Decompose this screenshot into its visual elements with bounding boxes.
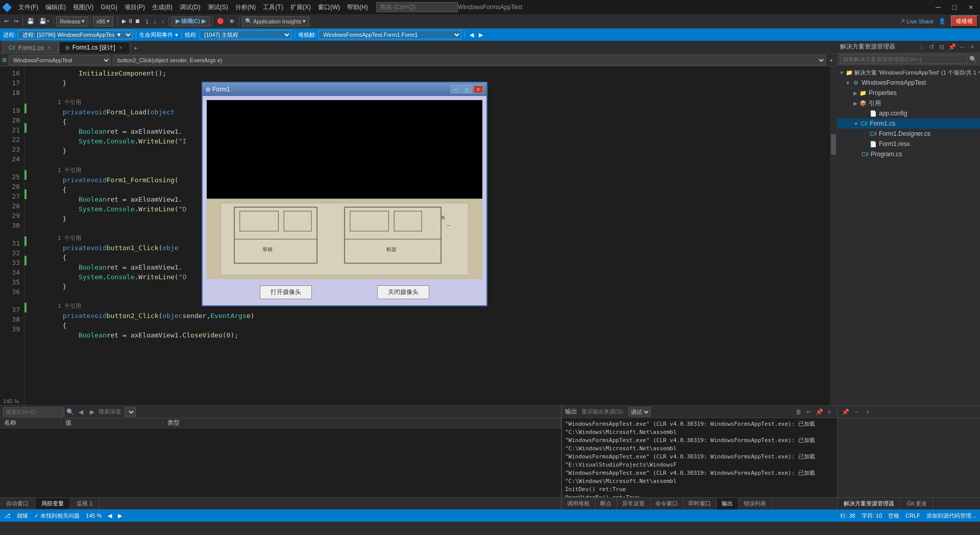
- method-dropdown[interactable]: button2_Click(object sender, EventArgs e…: [113, 55, 826, 65]
- tab-locals[interactable]: 局部变量: [35, 498, 70, 509]
- user-profile-button[interactable]: 👤: [937, 16, 948, 27]
- tree-project[interactable]: ▼ ⚙ WindowsFormsAppTest: [837, 78, 980, 88]
- tab-call-stack[interactable]: 调用堆栈: [562, 498, 595, 509]
- se-refresh-btn[interactable]: ↺: [927, 42, 936, 52]
- tree-properties[interactable]: ▶ 📁 Properties: [837, 88, 980, 98]
- tree-form1resx[interactable]: 📄 Form1.resx: [837, 139, 980, 149]
- tree-solution[interactable]: ▼ 📁 解决方案 'WindowsFormsAppTest' (1 个项目/共 …: [837, 67, 980, 78]
- continue-button[interactable]: ▶ 续继(C) ▶: [171, 16, 210, 27]
- locals-fwd-btn[interactable]: ▶: [87, 407, 96, 417]
- stack-dropdown[interactable]: WindowsFormsAppTest.Form1.Form1: [318, 30, 461, 39]
- toolbar-step-into[interactable]: ↓: [152, 16, 159, 27]
- class-dropdown[interactable]: WindowsFormsAppTest: [9, 55, 111, 65]
- tree-programcs[interactable]: C# Program.cs: [837, 149, 980, 159]
- se-sync-btn[interactable]: ↕: [917, 42, 926, 52]
- menu-project[interactable]: 项目(P): [121, 2, 148, 13]
- se-collapse-btn[interactable]: ⊟: [937, 42, 946, 52]
- output-clear-btn[interactable]: 🗑: [794, 407, 803, 417]
- debug-nav-prev[interactable]: ◀: [468, 30, 475, 40]
- solution-search-input[interactable]: [840, 55, 967, 64]
- menu-test[interactable]: 测试(S): [205, 2, 231, 13]
- menu-analyze[interactable]: 分析(N): [232, 2, 259, 13]
- navbar-expand-btn[interactable]: +: [828, 55, 835, 66]
- tree-appconfig[interactable]: 📄 app.config: [837, 108, 980, 118]
- toolbar-save-all[interactable]: 💾+: [37, 16, 52, 27]
- menu-window[interactable]: 窗口(W): [315, 2, 343, 13]
- menu-edit[interactable]: 编辑(E): [42, 2, 69, 13]
- output-close-btn[interactable]: ×: [825, 407, 834, 417]
- close-button[interactable]: ×: [964, 2, 978, 12]
- tab-git-changes[interactable]: Git 更改: [901, 498, 934, 509]
- toolbar-debug-icons[interactable]: ▶ ⏸ ⏹: [120, 16, 142, 27]
- form1-maximize-btn[interactable]: □: [462, 85, 472, 93]
- tab-auto-window[interactable]: 自动窗口: [0, 498, 35, 509]
- tab-close-form1cs-design[interactable]: ×: [118, 45, 124, 51]
- toolbar-undo[interactable]: ↩: [2, 16, 11, 27]
- rb-close-btn[interactable]: ×: [863, 407, 872, 417]
- menu-view[interactable]: 视图(V): [70, 2, 96, 13]
- tab-output[interactable]: 输出: [717, 498, 739, 509]
- menu-extensions[interactable]: 扩展(X): [287, 2, 314, 13]
- locals-back-btn[interactable]: ◀: [76, 407, 85, 417]
- release-dropdown[interactable]: Release ▾: [56, 16, 88, 27]
- solution-tree[interactable]: ▼ 📁 解决方案 'WindowsFormsAppTest' (1 个项目/共 …: [837, 65, 980, 161]
- menu-help[interactable]: 帮助(H): [344, 2, 371, 13]
- toolbar-breakpoints[interactable]: 🔴: [215, 16, 226, 27]
- tree-references[interactable]: ▶ 📦 引用: [837, 98, 980, 108]
- tab-exception-settings[interactable]: 异常设置: [617, 498, 650, 509]
- tab-watch1[interactable]: 监视 1: [70, 498, 99, 509]
- form1-close-btn[interactable]: ×: [473, 85, 483, 93]
- toolbar-save[interactable]: 💾: [25, 16, 36, 27]
- tree-form1designer[interactable]: C# Form1.Designer.cs: [837, 129, 980, 139]
- zoom-status[interactable]: 145 %: [86, 513, 102, 519]
- live-share-button[interactable]: ↗ Live Share: [900, 18, 934, 25]
- locals-search-input[interactable]: [3, 407, 64, 417]
- output-wrap-btn[interactable]: ↵: [804, 407, 814, 417]
- se-pin-btn[interactable]: 📌: [947, 42, 957, 52]
- minimize-button[interactable]: ─: [931, 2, 945, 12]
- toolbar-step-out[interactable]: ↑: [159, 16, 166, 27]
- tab-command-window[interactable]: 命令窗口: [650, 498, 683, 509]
- scroll-thumb[interactable]: [831, 134, 836, 155]
- thread-dropdown[interactable]: [1047] 主线程: [200, 30, 291, 39]
- se-close-btn[interactable]: ×: [968, 42, 977, 52]
- tab-file-icon: C#: [9, 45, 15, 51]
- toolbar-watch[interactable]: 👁: [227, 16, 237, 27]
- menu-debug[interactable]: 调试(D): [177, 2, 204, 13]
- menu-file[interactable]: 文件(F): [15, 2, 41, 13]
- tab-solution-explorer[interactable]: 解决方案资源管理器: [838, 498, 901, 509]
- se-min-btn[interactable]: ─: [958, 42, 967, 52]
- output-tabs: 调用堆栈 断点 异常设置 命令窗口 即时窗口 输出 错误列表: [562, 497, 837, 509]
- tab-error-list[interactable]: 错误列表: [739, 498, 772, 509]
- platform-dropdown[interactable]: x86 ▾: [93, 16, 113, 27]
- output-source-dropdown[interactable]: 调试: [628, 407, 651, 417]
- add-source-btn[interactable]: 添加到源代码管理...: [926, 512, 976, 520]
- menu-git[interactable]: Git(G): [97, 3, 120, 12]
- form1-titlebar[interactable]: ⊞ Form1 ─ □ ×: [203, 83, 486, 96]
- search-depth-dropdown[interactable]: [125, 407, 136, 417]
- output-pin-btn[interactable]: 📌: [815, 407, 824, 417]
- maximize-button[interactable]: □: [947, 2, 962, 12]
- tab-close-form1cs[interactable]: ×: [47, 45, 52, 51]
- rb-min-btn[interactable]: ─: [852, 407, 861, 417]
- form1-minimize-btn[interactable]: ─: [451, 85, 461, 93]
- menu-build[interactable]: 生成(B): [149, 2, 176, 13]
- code-scrollbar[interactable]: [830, 66, 837, 405]
- tab-form1cs[interactable]: C# Form1.cs ×: [2, 41, 59, 54]
- add-tab-button[interactable]: +: [132, 42, 139, 54]
- toolbar-step-over[interactable]: ⤵: [143, 16, 151, 27]
- tab-immediate[interactable]: 即时窗口: [683, 498, 717, 509]
- menu-tools[interactable]: 工具(T): [260, 2, 286, 13]
- tab-breakpoints[interactable]: 断点: [595, 498, 617, 509]
- toolbar-redo[interactable]: ↪: [12, 16, 20, 27]
- tree-form1cs[interactable]: ▼ C# Form1.cs: [837, 118, 980, 129]
- app-insights-button[interactable]: 🔍 Application Insights ▾: [241, 16, 309, 27]
- close-camera-btn[interactable]: 关闭摄像头: [377, 285, 429, 299]
- rb-pin-btn[interactable]: 📌: [841, 407, 850, 417]
- process-dropdown[interactable]: 进程: [10796] WindowsFormsAppTes ▼: [18, 30, 133, 39]
- search-input[interactable]: [376, 2, 458, 12]
- tab-form1cs-design[interactable]: ⊞ Form1.cs [设计] ×: [59, 41, 130, 54]
- open-camera-btn[interactable]: 打开摄像头: [260, 285, 312, 299]
- user-badge[interactable]: 楼楼楼: [951, 15, 978, 27]
- debug-nav-next[interactable]: ▶: [477, 30, 484, 40]
